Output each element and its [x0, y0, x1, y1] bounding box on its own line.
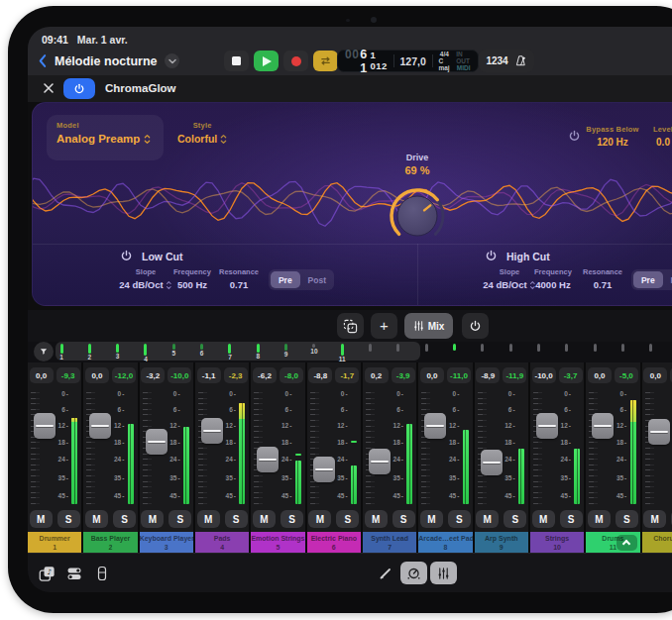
volume-fader[interactable] — [201, 418, 223, 444]
overview-track-tick[interactable]: 11 — [332, 342, 352, 362]
overview-track-tick[interactable]: 7 — [220, 342, 240, 362]
overview-track-tick[interactable] — [473, 342, 493, 362]
overview-track-tick[interactable]: 6 — [192, 342, 212, 362]
mute-button[interactable]: M — [532, 510, 555, 528]
volume-fader[interactable] — [89, 413, 111, 439]
lcd-display[interactable]: 00 6 1 1 012 127,0 4/4 C maj IN OUT MIDI — [337, 50, 479, 72]
mute-button[interactable]: M — [476, 510, 499, 528]
mute-button[interactable]: M — [253, 510, 276, 528]
overview-track-tick[interactable] — [529, 342, 549, 362]
overview-track-tick[interactable] — [557, 342, 577, 362]
model-selector[interactable]: Model Analog Preamp — [47, 115, 164, 160]
track-tile[interactable]: Drummer1 — [28, 532, 81, 553]
overview-track-tick[interactable]: 1 — [52, 342, 71, 362]
back-button[interactable] — [38, 53, 47, 68]
low-cut-slope[interactable]: Slope 24 dB/Oct — [119, 267, 171, 290]
style-selector[interactable]: Style Colorful — [177, 121, 227, 145]
overview-track-tick[interactable] — [416, 342, 436, 362]
track-tile[interactable]: Bass Player2 — [83, 532, 137, 553]
solo-button[interactable]: S — [280, 510, 303, 528]
solo-button[interactable]: S — [336, 510, 359, 528]
tracks-view-button[interactable] — [63, 563, 85, 584]
overview-track-tick[interactable]: 5 — [164, 342, 183, 362]
track-tile[interactable]: Synth Lead7 — [363, 532, 416, 553]
mute-button[interactable]: M — [365, 510, 388, 528]
smart-controls-button[interactable] — [400, 562, 427, 584]
volume-fader[interactable] — [648, 419, 670, 445]
overview-track-tick[interactable]: 8 — [248, 342, 268, 362]
cycle-button[interactable] — [313, 51, 338, 71]
mute-button[interactable]: M — [420, 510, 443, 528]
track-tile[interactable]: Emotion Strings5 — [251, 532, 304, 553]
post-button[interactable]: Post — [665, 271, 672, 288]
bypass-power-icon[interactable] — [568, 129, 581, 147]
track-tile[interactable]: Chorus V — [642, 532, 672, 553]
low-cut-resonance[interactable]: Resonance 0.71 — [219, 267, 259, 290]
play-button[interactable] — [254, 51, 279, 71]
stop-button[interactable] — [224, 51, 249, 71]
mute-button[interactable]: M — [308, 510, 331, 528]
solo-button[interactable]: S — [168, 510, 191, 528]
solo-button[interactable]: S — [504, 510, 526, 528]
overview-track-tick[interactable]: 4 — [136, 342, 156, 362]
drive-knob[interactable] — [388, 186, 447, 246]
overview-track-tick[interactable] — [501, 342, 520, 362]
volume-fader[interactable] — [34, 413, 56, 439]
solo-button[interactable]: S — [560, 510, 583, 528]
volume-fader[interactable] — [369, 449, 391, 474]
mute-button[interactable]: M — [141, 510, 164, 528]
collapse-plugin-button[interactable] — [616, 535, 637, 551]
overview-track-tick[interactable] — [361, 342, 381, 362]
close-plugin-button[interactable] — [42, 82, 55, 95]
mute-button[interactable]: M — [85, 510, 108, 528]
count-in-button[interactable]: 1234 — [486, 55, 507, 66]
pre-button[interactable]: Pre — [633, 271, 663, 288]
mix-view-toggle[interactable]: Mix — [404, 313, 453, 339]
record-button[interactable] — [283, 51, 308, 71]
overview-track-tick[interactable] — [585, 342, 605, 362]
mute-button[interactable]: M — [197, 510, 220, 528]
track-tile[interactable]: Arcade…eet Pad8 — [418, 532, 472, 553]
filter-tracks-button[interactable] — [34, 342, 54, 362]
post-button[interactable]: Post — [302, 271, 332, 288]
track-tile[interactable]: Electric Piano6 — [307, 532, 361, 553]
mute-button[interactable]: M — [643, 510, 666, 528]
bypass-below-control[interactable]: Bypass Below 120 Hz — [586, 125, 638, 148]
solo-button[interactable]: S — [113, 510, 136, 528]
volume-fader[interactable] — [536, 413, 558, 439]
volume-fader[interactable] — [146, 429, 168, 455]
overview-track-tick[interactable] — [614, 342, 633, 362]
volume-fader[interactable] — [313, 457, 335, 482]
solo-button[interactable]: S — [225, 510, 248, 528]
solo-button[interactable]: S — [448, 510, 471, 528]
track-tile[interactable]: Arp Synth9 — [475, 532, 528, 553]
track-tile[interactable]: Drums11 — [586, 532, 639, 553]
mute-button[interactable]: M — [30, 510, 53, 528]
volume-fader[interactable] — [592, 413, 614, 439]
overview-track-tick[interactable]: 9 — [277, 342, 296, 362]
low-cut-power-icon[interactable] — [120, 250, 133, 262]
solo-button[interactable]: S — [392, 510, 415, 528]
overview-track-tick[interactable]: 3 — [108, 342, 128, 362]
track-tile[interactable]: Strings10 — [530, 532, 584, 553]
overview-track-tick[interactable]: 2 — [79, 342, 99, 362]
volume-fader[interactable] — [481, 450, 503, 475]
high-cut-power-icon[interactable] — [485, 250, 498, 262]
pencil-tool-button[interactable] — [375, 563, 396, 584]
paste-settings-button[interactable] — [337, 313, 364, 339]
project-menu-button[interactable] — [165, 53, 179, 68]
mixer-power-button[interactable] — [462, 313, 489, 339]
overview-track-tick[interactable] — [445, 342, 465, 362]
track-tile[interactable]: Keyboard Player3 — [140, 532, 193, 553]
fader-view-button[interactable] — [91, 563, 113, 584]
volume-fader[interactable] — [424, 413, 446, 439]
project-title[interactable]: Mélodie nocturne — [55, 54, 157, 68]
volume-fader[interactable] — [257, 447, 279, 472]
add-plugin-button[interactable]: + — [371, 313, 397, 339]
track-tile[interactable]: Pads4 — [195, 532, 249, 553]
mute-button[interactable]: M — [588, 510, 611, 528]
mixer-faders-button[interactable] — [430, 562, 457, 584]
pre-button[interactable]: Pre — [271, 271, 300, 288]
overview-track-tick[interactable] — [641, 342, 661, 362]
high-cut-resonance[interactable]: Resonance 0.71 — [583, 267, 622, 290]
